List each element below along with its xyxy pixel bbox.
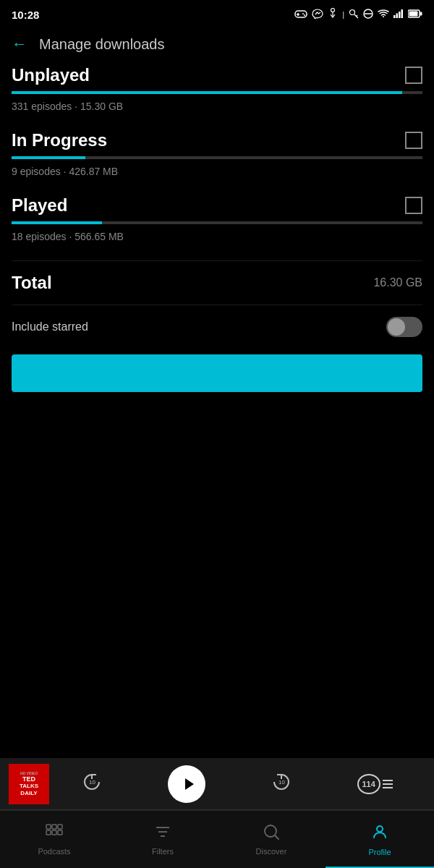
include-starred-toggle[interactable] bbox=[386, 317, 422, 337]
unplayed-meta: 331 episodes · 15.30 GB bbox=[12, 101, 123, 112]
divider-icon: | bbox=[342, 11, 344, 19]
queue-button[interactable]: 114 bbox=[357, 774, 393, 794]
in-progress-checkbox[interactable] bbox=[405, 132, 422, 149]
play-button[interactable] bbox=[168, 765, 205, 803]
total-value: 16.30 GB bbox=[373, 276, 422, 289]
status-icons: | bbox=[294, 8, 422, 22]
nav-item-discover[interactable]: Discover bbox=[217, 818, 326, 861]
unplayed-header: Unplayed bbox=[12, 65, 422, 85]
rewind-button[interactable]: 10 bbox=[82, 772, 102, 796]
unplayed-progress-container bbox=[12, 91, 422, 94]
svg-rect-17 bbox=[420, 12, 422, 15]
queue-badge: 114 bbox=[357, 774, 380, 794]
player-bar: HD VIDEO TED TALKS DAILY 10 10 bbox=[0, 758, 434, 810]
played-checkbox[interactable] bbox=[405, 197, 422, 214]
player-thumbnail[interactable]: HD VIDEO TED TALKS DAILY bbox=[9, 764, 49, 804]
thumbnail-daily: DAILY bbox=[20, 790, 37, 797]
unplayed-title: Unplayed bbox=[12, 65, 90, 85]
svg-line-9 bbox=[356, 15, 357, 17]
nav-profile-label: Profile bbox=[368, 848, 391, 856]
bottom-nav: Podcasts Filters Discover bbox=[0, 810, 434, 868]
in-progress-title: In Progress bbox=[12, 130, 107, 150]
discover-icon bbox=[263, 824, 279, 844]
thumbnail-talks: TALKS bbox=[20, 783, 38, 790]
messenger-icon bbox=[312, 9, 323, 21]
player-controls: 10 10 114 bbox=[49, 765, 425, 803]
played-bar-fill bbox=[12, 221, 102, 224]
svg-rect-12 bbox=[393, 15, 396, 18]
in-progress-meta: 9 episodes · 426.87 MB bbox=[12, 166, 118, 177]
total-label: Total bbox=[12, 273, 52, 293]
svg-rect-25 bbox=[46, 830, 51, 835]
nav-podcasts-label: Podcasts bbox=[38, 847, 70, 856]
svg-point-4 bbox=[304, 14, 305, 16]
svg-point-3 bbox=[302, 13, 304, 14]
toggle-thumb bbox=[388, 318, 405, 336]
game-controller-icon bbox=[294, 9, 307, 20]
nav-discover-label: Discover bbox=[256, 847, 287, 856]
svg-point-33 bbox=[377, 826, 383, 832]
wifi-icon bbox=[378, 9, 389, 20]
include-starred-row: Include starred bbox=[0, 305, 434, 349]
thumbnail-ted: TED bbox=[22, 775, 35, 783]
unplayed-progress-fill bbox=[12, 91, 402, 94]
svg-marker-20 bbox=[185, 778, 194, 790]
svg-point-5 bbox=[331, 8, 335, 12]
forward-button[interactable]: 10 bbox=[271, 772, 292, 796]
played-meta: 18 episodes · 566.65 MB bbox=[12, 231, 124, 242]
in-progress-bar-fill bbox=[12, 156, 85, 159]
queue-count: 114 bbox=[362, 780, 375, 788]
signal-icon bbox=[393, 9, 404, 20]
svg-rect-14 bbox=[399, 12, 401, 18]
played-title: Played bbox=[12, 195, 67, 216]
svg-rect-24 bbox=[58, 825, 62, 829]
status-bar: 10:28 | bbox=[0, 0, 434, 26]
filters-icon bbox=[155, 824, 171, 844]
nav-item-profile[interactable]: Profile bbox=[326, 817, 434, 862]
download-button[interactable] bbox=[12, 354, 422, 392]
status-time: 10:28 bbox=[12, 9, 39, 21]
total-row: Total 16.30 GB bbox=[12, 260, 422, 305]
svg-text:10: 10 bbox=[89, 779, 95, 786]
include-starred-label: Include starred bbox=[12, 320, 88, 333]
svg-text:10: 10 bbox=[278, 779, 285, 786]
nav-filters-label: Filters bbox=[152, 847, 174, 856]
played-header: Played bbox=[12, 195, 422, 216]
content-area: Unplayed 331 episodes · 15.30 GB In Prog… bbox=[0, 65, 434, 243]
svg-line-32 bbox=[275, 835, 278, 839]
back-button[interactable]: ← bbox=[12, 35, 27, 54]
svg-rect-27 bbox=[58, 830, 62, 835]
played-bar-container bbox=[12, 221, 422, 224]
unplayed-checkbox[interactable] bbox=[405, 67, 422, 84]
svg-rect-15 bbox=[401, 9, 404, 18]
notification-icon bbox=[328, 8, 338, 22]
played-section: Played 18 episodes · 566.65 MB bbox=[12, 195, 422, 243]
key-icon bbox=[349, 9, 359, 21]
battery-icon bbox=[408, 9, 422, 20]
svg-rect-18 bbox=[409, 11, 418, 16]
in-progress-header: In Progress bbox=[12, 130, 422, 150]
svg-rect-13 bbox=[396, 13, 399, 18]
header: ← Manage downloads bbox=[0, 26, 434, 65]
nav-item-podcasts[interactable]: Podcasts bbox=[0, 818, 109, 861]
svg-rect-26 bbox=[52, 830, 56, 835]
block-icon bbox=[363, 9, 373, 21]
podcasts-icon bbox=[46, 824, 63, 844]
queue-lines-icon bbox=[383, 780, 393, 788]
svg-rect-22 bbox=[46, 825, 51, 829]
profile-icon bbox=[371, 823, 388, 845]
page-title: Manage downloads bbox=[39, 36, 164, 53]
in-progress-section: In Progress 9 episodes · 426.87 MB bbox=[12, 130, 422, 178]
nav-item-filters[interactable]: Filters bbox=[109, 818, 217, 861]
svg-rect-23 bbox=[52, 825, 56, 829]
svg-point-7 bbox=[350, 9, 355, 14]
unplayed-section: Unplayed 331 episodes · 15.30 GB bbox=[12, 65, 422, 113]
in-progress-bar-container bbox=[12, 156, 422, 159]
